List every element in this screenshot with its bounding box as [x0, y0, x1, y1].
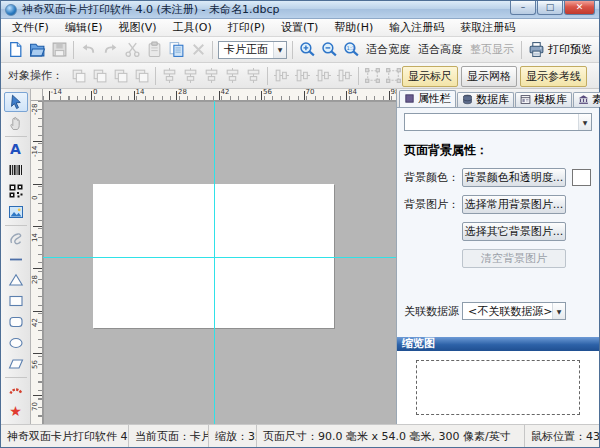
triangle-tool[interactable]	[4, 270, 28, 290]
datasource-dropdown[interactable]: <不关联数据源> ▼	[462, 302, 566, 320]
align-top-button[interactable]	[222, 66, 243, 86]
fit-width-button[interactable]: 适合宽度	[362, 40, 414, 59]
ruler-label: 42	[32, 318, 39, 327]
zoom-out-icon	[321, 41, 338, 58]
menu-item[interactable]: 编辑(E)	[57, 18, 111, 37]
bg-color-button[interactable]: 背景颜色和透明度...	[462, 168, 566, 187]
copy-page-button[interactable]	[165, 39, 187, 61]
menu-item[interactable]: 视图(V)	[110, 18, 164, 37]
ruler-label: 0	[32, 195, 39, 199]
curve-tool[interactable]	[4, 228, 28, 248]
hand-tool[interactable]	[4, 113, 28, 133]
text-tool[interactable]: A	[4, 139, 28, 159]
canvas[interactable]	[43, 101, 396, 424]
distribute-vertical-button[interactable]	[313, 66, 334, 86]
object-operations-label: 对象操作：	[8, 68, 63, 83]
bring-to-front-button[interactable]	[68, 66, 89, 86]
align-right-button[interactable]	[201, 66, 222, 86]
page-side-selector[interactable]: 卡片正面 ▼	[218, 41, 287, 59]
rounded-rectangle-tool[interactable]	[4, 312, 28, 332]
send-backward-button[interactable]	[131, 66, 152, 86]
menu-item[interactable]: 帮助(H)	[326, 18, 381, 37]
toggle-显示网格[interactable]: 显示网格	[461, 66, 517, 87]
ruler-label: 0	[93, 89, 97, 96]
tab-模板库[interactable]: 模板库	[515, 92, 572, 107]
tab-数据库[interactable]: 数据库	[457, 92, 514, 107]
print-preview-button[interactable]: 打印预览	[525, 41, 595, 58]
menu-item[interactable]: 输入注册码	[381, 18, 452, 37]
maximize-button[interactable]: □	[537, 1, 563, 15]
save-icon	[51, 41, 68, 58]
zoom-in-button[interactable]	[296, 39, 318, 61]
same-height-button[interactable]	[362, 66, 383, 86]
same-width-button[interactable]	[334, 66, 355, 86]
align-bottom-button[interactable]	[271, 66, 292, 86]
align-bottom-icon	[273, 67, 290, 84]
tab-属性栏[interactable]: 属性栏	[399, 90, 456, 107]
qrcode-tool[interactable]	[4, 181, 28, 201]
delete-icon	[190, 41, 207, 58]
same-width-icon	[336, 67, 353, 84]
fit-page-button[interactable]: 整页显示	[466, 40, 518, 59]
ruler-tick	[304, 91, 305, 100]
bring-forward-button[interactable]	[110, 66, 131, 86]
arc-text-tool[interactable]	[4, 380, 28, 400]
send-to-back-button[interactable]	[89, 66, 110, 86]
save-button[interactable]	[48, 39, 70, 61]
bg-color-swatch[interactable]	[572, 169, 591, 186]
open-button[interactable]	[26, 39, 48, 61]
menu-item[interactable]: 工具(O)	[165, 18, 220, 37]
send-backward-icon	[133, 67, 150, 84]
line-tool[interactable]	[4, 249, 28, 269]
menu-item[interactable]: 打印(P)	[220, 18, 273, 37]
same-size-button[interactable]	[383, 66, 404, 86]
bg-other-image-button[interactable]: 选择其它背景图片...	[462, 222, 566, 241]
close-button[interactable]: ✕	[564, 1, 595, 15]
copy-page-icon	[168, 41, 185, 58]
undo-button[interactable]	[77, 39, 99, 61]
ruler-tick	[134, 91, 135, 100]
menu-item[interactable]: 获取注册码	[452, 18, 523, 37]
workspace: A★ -14014284256708498 -28-14014284256708…	[1, 89, 599, 424]
bg-clear-button[interactable]: 清空背景图片	[462, 249, 566, 268]
toggle-显示标尺[interactable]: 显示标尺	[402, 66, 458, 87]
image-tool[interactable]	[4, 202, 28, 222]
horizontal-guide-line[interactable]	[43, 257, 396, 258]
barcode-tool[interactable]	[4, 160, 28, 180]
rectangle-tool[interactable]	[4, 291, 28, 311]
bg-common-image-button[interactable]: 选择常用背景图片...	[462, 195, 566, 214]
app-window: 神奇双面卡片打印软件 4.0 (未注册) - 未命名1.dbcp – □ ✕ 文…	[0, 0, 600, 448]
paste-button[interactable]	[143, 39, 165, 61]
ellipse-tool[interactable]	[4, 333, 28, 353]
image-tool-icon	[8, 204, 24, 220]
zoom-out-button[interactable]	[318, 39, 340, 61]
vertical-guide-line[interactable]	[214, 101, 215, 424]
delete-button[interactable]	[187, 39, 209, 61]
align-left-button[interactable]	[159, 66, 180, 86]
minimize-button[interactable]: –	[510, 1, 536, 15]
ruler-tick	[389, 91, 390, 100]
chevron-down-icon: ▼	[578, 114, 591, 130]
tab-label: 素材库	[592, 92, 600, 107]
toggle-显示参考线[interactable]: 显示参考线	[520, 66, 587, 87]
zoom-in-icon	[299, 41, 316, 58]
new-button[interactable]	[4, 39, 26, 61]
menu-item[interactable]: 设置(T)	[273, 18, 326, 37]
select-tool[interactable]	[4, 92, 28, 112]
menu-item[interactable]: 文件(F)	[4, 18, 57, 37]
cut-button[interactable]	[121, 39, 143, 61]
status-segment: 页面尺寸：90.0 毫米 x 54.0 毫米, 300 像素/英寸	[257, 425, 525, 447]
parallelogram-tool[interactable]	[4, 354, 28, 374]
tab-素材库[interactable]: 素材库	[573, 92, 600, 107]
printer-icon	[528, 41, 545, 58]
zoom-actual-button[interactable]: 1:1	[340, 39, 362, 61]
star-tool[interactable]: ★	[4, 401, 28, 421]
ellipse-tool-icon	[8, 335, 24, 351]
align-center-horizontal-button[interactable]	[180, 66, 201, 86]
align-middle-vertical-button[interactable]	[243, 66, 264, 86]
fit-height-button[interactable]: 适合高度	[414, 40, 466, 59]
toolbar-separator	[155, 67, 156, 85]
redo-button[interactable]	[99, 39, 121, 61]
distribute-horizontal-button[interactable]	[292, 66, 313, 86]
object-selector-dropdown[interactable]: ▼	[404, 113, 592, 131]
